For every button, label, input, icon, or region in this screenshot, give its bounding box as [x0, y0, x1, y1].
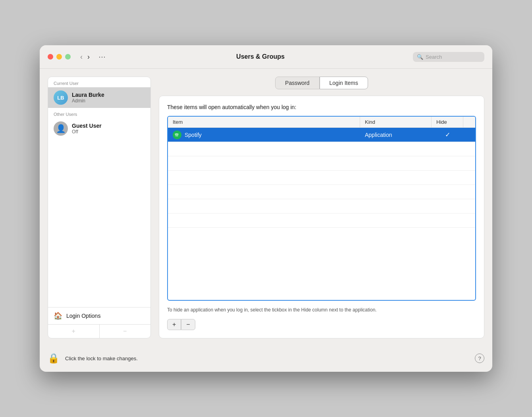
cell-kind-spotify: Application [360, 129, 432, 140]
panel-description: These items will open automatically when… [167, 104, 476, 110]
col-extra [463, 117, 475, 127]
empty-row-7 [168, 228, 475, 242]
tabs: Password Login Items [159, 77, 484, 89]
titlebar: ‹ › ⋯ Users & Groups 🔍 [40, 45, 492, 69]
house-icon: 🏠 [54, 311, 62, 320]
col-kind: Kind [360, 117, 432, 127]
col-item: Item [168, 117, 360, 127]
empty-row-1 [168, 142, 475, 156]
user-name-laura-burke: Laura Burke [72, 92, 104, 98]
user-role-laura-burke: Admin [72, 98, 104, 104]
user-name-guest: Guest User [72, 123, 102, 129]
page-title: Users & Groups [113, 53, 408, 60]
items-table: Item Kind Hide [167, 116, 476, 301]
empty-row-3 [168, 171, 475, 185]
table-row-spotify[interactable]: Spotify Application ✓ [168, 128, 475, 142]
action-buttons: + − [167, 319, 476, 330]
avatar-laura-burke: LB [54, 90, 68, 105]
remove-user-button[interactable]: − [100, 325, 151, 338]
traffic-lights [48, 54, 71, 60]
grid-button[interactable]: ⋯ [96, 52, 108, 62]
empty-row-4 [168, 185, 475, 199]
tab-login-items[interactable]: Login Items [320, 77, 368, 89]
empty-row-5 [168, 199, 475, 213]
search-input[interactable] [426, 54, 480, 60]
remove-item-button[interactable]: − [181, 319, 195, 330]
table-header: Item Kind Hide [168, 117, 475, 128]
other-users-label: Other Users [48, 108, 150, 118]
user-item-laura-burke[interactable]: LB Laura Burke Admin [48, 87, 150, 108]
guest-person-icon: 👤 [56, 124, 66, 133]
user-info-guest: Guest User Off [72, 123, 102, 135]
add-item-button[interactable]: + [167, 319, 181, 330]
lock-icon[interactable]: 🔒 [48, 353, 60, 364]
maximize-button[interactable] [65, 54, 71, 60]
cell-extra-spotify [463, 133, 475, 137]
spotify-icon [173, 131, 181, 139]
sidebar: Current User LB Laura Burke Admin Other … [48, 77, 151, 338]
sidebar-footer: + − [48, 324, 150, 338]
search-box[interactable]: 🔍 [413, 52, 484, 62]
empty-row-6 [168, 213, 475, 228]
forward-button[interactable]: › [86, 52, 91, 61]
window: ‹ › ⋯ Users & Groups 🔍 Current User LB L… [40, 45, 492, 372]
close-button[interactable] [48, 54, 53, 60]
login-items-panel: These items will open automatically when… [159, 96, 484, 338]
user-item-guest[interactable]: 👤 Guest User Off [48, 118, 150, 139]
content: Current User LB Laura Burke Admin Other … [40, 69, 492, 346]
main-panel: Password Login Items These items will op… [159, 77, 484, 338]
nav-buttons: ‹ › [79, 52, 91, 61]
empty-row-2 [168, 156, 475, 171]
avatar-guest: 👤 [54, 121, 68, 136]
bottom-bar: 🔒 Click the lock to make changes. ? [40, 346, 492, 372]
help-button[interactable]: ? [475, 354, 484, 363]
user-role-guest: Off [72, 129, 102, 135]
spotify-name: Spotify [185, 132, 202, 138]
search-icon: 🔍 [417, 54, 423, 60]
current-user-label: Current User [48, 77, 150, 87]
login-options-item[interactable]: 🏠 Login Options [48, 307, 150, 324]
cell-item-spotify: Spotify [168, 128, 360, 142]
hint-text: To hide an application when you log in, … [167, 306, 476, 313]
back-button[interactable]: ‹ [79, 52, 84, 61]
minimize-button[interactable] [56, 54, 62, 60]
add-user-button[interactable]: + [48, 325, 100, 338]
login-options-label: Login Options [66, 313, 100, 319]
user-info-laura-burke: Laura Burke Admin [72, 92, 104, 104]
col-hide: Hide [432, 117, 463, 127]
lock-text: Click the lock to make changes. [65, 356, 138, 361]
tab-password[interactable]: Password [275, 77, 319, 89]
cell-hide-spotify[interactable]: ✓ [432, 129, 463, 141]
